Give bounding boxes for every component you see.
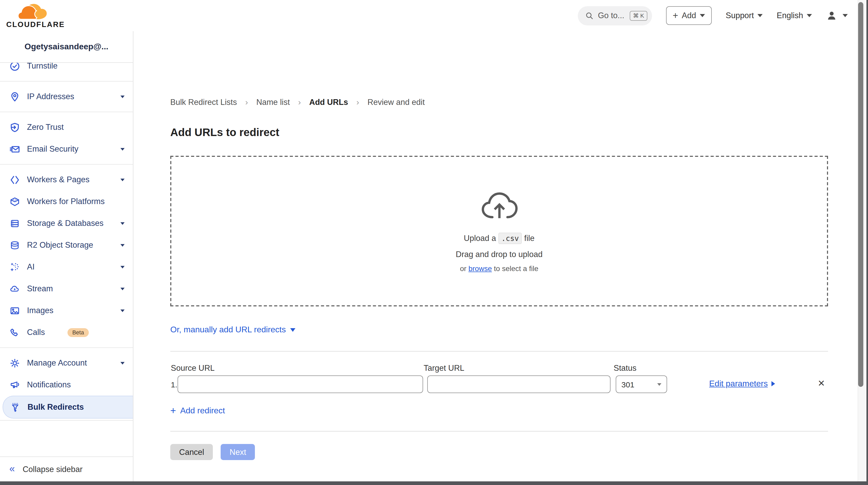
turnstile-icon	[9, 63, 20, 71]
sidebar-item-label: Workers & Pages	[27, 175, 120, 184]
vertical-scrollbar-track[interactable]	[858, 0, 866, 481]
user-menu[interactable]	[826, 10, 848, 21]
chevron-down-icon	[120, 244, 125, 246]
sidebar-divider	[0, 347, 133, 348]
sidebar-item-label: Manage Account	[27, 358, 120, 368]
sidebar-item-stream[interactable]: Stream	[0, 278, 133, 300]
server-stack-icon	[9, 218, 20, 229]
breadcrumb-add-urls[interactable]: Add URLs	[309, 98, 348, 107]
source-url-header: Source URL	[171, 363, 215, 373]
sidebar-divider	[0, 81, 133, 82]
cloudflare-dashboard: CLOUDFLARE Go to... ⌘ K + Add Support	[0, 0, 868, 485]
sidebar-item-workers-pages[interactable]: Workers & Pages	[0, 169, 133, 190]
next-button[interactable]: Next	[221, 444, 255, 460]
plus-icon: +	[673, 11, 678, 20]
language-label: English	[777, 11, 803, 20]
image-icon	[9, 305, 20, 316]
chevron-down-icon	[120, 362, 125, 364]
sidebar-item-email-security[interactable]: Email Security	[0, 138, 133, 160]
breadcrumb: Bulk Redirect Lists › Name list › Add UR…	[170, 98, 425, 107]
language-menu[interactable]: English	[777, 11, 812, 20]
sidebar-item-workers-for-platforms[interactable]: Workers for Platforms	[0, 190, 133, 212]
search-placeholder: Go to...	[598, 11, 630, 20]
phone-icon	[9, 327, 20, 338]
target-url-header: Target URL	[424, 363, 464, 373]
sidebar-item-zero-trust[interactable]: Zero Trust	[0, 116, 133, 138]
remove-row-button[interactable]: ✕	[818, 378, 825, 389]
chevron-down-icon	[120, 178, 125, 181]
csv-dropzone[interactable]: Upload a .csv file Drag and drop to uplo…	[170, 156, 828, 306]
shield-arrow-icon	[9, 122, 20, 133]
arrow-right-icon	[771, 381, 775, 386]
breadcrumb-separator: ›	[245, 98, 248, 107]
target-url-input[interactable]	[427, 375, 611, 393]
cloudflare-cloud-icon	[18, 3, 48, 21]
dropzone-line2: Drag and drop to upload	[456, 249, 542, 259]
collapse-sidebar-label: Collapse sidebar	[23, 464, 83, 474]
cloud-upload-icon	[479, 190, 519, 220]
sidebar-item-calls[interactable]: Calls Beta	[0, 322, 133, 343]
breadcrumb-name-list[interactable]: Name list	[256, 98, 290, 107]
chevron-down-icon	[120, 222, 125, 224]
sidebar: Ogetysaisandeep@... Turnstile IP Address…	[0, 31, 133, 481]
cancel-button[interactable]: Cancel	[170, 444, 213, 460]
browse-link[interactable]: browse	[468, 264, 492, 272]
breadcrumb-bulk-redirect-lists[interactable]: Bulk Redirect Lists	[170, 98, 237, 107]
sidebar-item-manage-account[interactable]: Manage Account	[0, 352, 133, 374]
megaphone-icon	[9, 379, 20, 390]
top-header: CLOUDFLARE Go to... ⌘ K + Add Support	[0, 0, 858, 31]
global-search[interactable]: Go to... ⌘ K	[578, 6, 652, 25]
account-name[interactable]: Ogetysaisandeep@...	[0, 31, 133, 63]
breadcrumb-review-and-edit[interactable]: Review and edit	[368, 98, 425, 107]
csv-extension-chip: .csv	[498, 232, 522, 244]
search-icon	[585, 11, 594, 20]
sidebar-nav: Turnstile IP Addresses	[0, 63, 133, 421]
ai-sparkle-icon	[9, 262, 20, 272]
sidebar-item-label: IP Addresses	[27, 92, 120, 101]
chevron-down-icon	[843, 14, 848, 17]
sidebar-item-bulk-redirects[interactable]: Bulk Redirects	[3, 396, 133, 419]
envelope-icon	[9, 144, 20, 154]
edit-parameters-link[interactable]: Edit parameters	[709, 379, 775, 388]
add-redirect-link[interactable]: + Add redirect	[170, 406, 225, 416]
window-edge-bottom	[0, 481, 868, 485]
sidebar-item-label: Workers for Platforms	[27, 197, 125, 206]
dropzone-line3: or browse to select a file	[460, 264, 538, 272]
chevron-down-icon	[657, 383, 661, 386]
sidebar-item-ai[interactable]: AI	[0, 256, 133, 278]
sidebar-item-notifications[interactable]: Notifications	[0, 374, 133, 396]
cloudflare-logo[interactable]: CLOUDFLARE	[6, 3, 74, 29]
sidebar-item-label: Email Security	[27, 144, 120, 154]
sidebar-item-r2-object-storage[interactable]: R2 Object Storage	[0, 234, 133, 256]
section-divider	[170, 431, 828, 431]
sidebar-item-label: Images	[27, 306, 120, 315]
cloudflare-wordmark: CLOUDFLARE	[6, 21, 65, 29]
dropzone-line1: Upload a .csv file	[464, 234, 534, 243]
sidebar-item-label: Storage & Databases	[27, 219, 120, 228]
chevron-down-icon	[120, 287, 125, 290]
gear-icon	[9, 358, 20, 368]
source-url-input[interactable]	[178, 375, 423, 393]
status-select[interactable]: 301	[616, 375, 667, 393]
header-actions: Go to... ⌘ K + Add Support English	[578, 6, 858, 25]
manual-add-toggle[interactable]: Or, manually add URL redirects	[170, 325, 295, 334]
sidebar-item-storage-databases[interactable]: Storage & Databases	[0, 212, 133, 234]
sidebar-divider	[0, 164, 133, 164]
sidebar-item-ip-addresses[interactable]: IP Addresses	[0, 86, 133, 108]
sidebar-item-label: Notifications	[27, 380, 125, 390]
collapse-sidebar-button[interactable]: « Collapse sidebar	[0, 456, 133, 481]
redirect-row: 1. 301 Edit parameters ✕	[170, 375, 828, 394]
section-divider	[170, 351, 828, 352]
sidebar-item-images[interactable]: Images	[0, 300, 133, 322]
vertical-scrollbar-thumb[interactable]	[858, 2, 863, 387]
sidebar-item-label: R2 Object Storage	[27, 240, 120, 250]
add-button[interactable]: + Add	[666, 6, 712, 25]
support-menu[interactable]: Support	[726, 11, 763, 20]
chevron-down-icon	[120, 95, 125, 98]
sidebar-item-label: Turnstile	[27, 63, 125, 71]
user-icon	[826, 10, 837, 21]
sidebar-item-turnstile[interactable]: Turnstile	[0, 63, 133, 77]
chevron-down-icon	[120, 309, 125, 312]
collapse-chevrons-icon: «	[9, 464, 15, 474]
sidebar-item-label: AI	[27, 262, 120, 272]
